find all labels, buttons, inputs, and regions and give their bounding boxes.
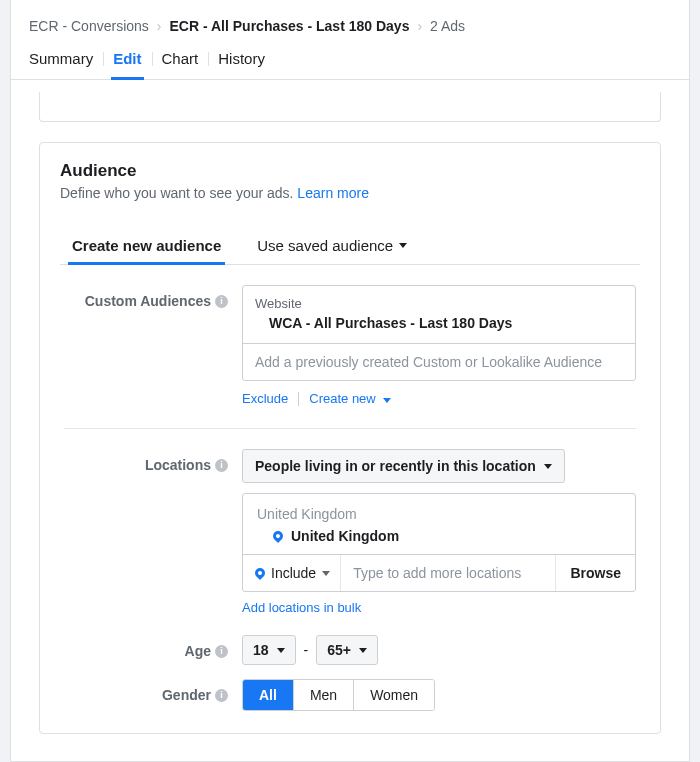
breadcrumb-item-1[interactable]: ECR - Conversions [29, 18, 149, 34]
gender-buttons: All Men Women [242, 679, 435, 711]
create-new-label: Create new [309, 391, 375, 406]
location-item-label: United Kingdom [291, 528, 399, 544]
audience-card: Audience Define who you want to see your… [39, 142, 661, 734]
audience-subtitle-text: Define who you want to see your ads. [60, 185, 297, 201]
breadcrumb: ECR - Conversions › ECR - All Purchases … [11, 0, 689, 50]
info-icon[interactable]: i [215, 689, 228, 702]
custom-audience-box: Website WCA - All Purchases - Last 180 D… [242, 285, 636, 381]
custom-audience-input[interactable]: Add a previously created Custom or Looka… [243, 343, 635, 380]
chevron-right-icon: › [157, 18, 162, 34]
create-new-link[interactable]: Create new [309, 391, 391, 406]
age-max-value: 65+ [327, 642, 351, 658]
audience-title: Audience [60, 161, 640, 181]
locations-label-text: Locations [145, 457, 211, 473]
prev-card-edge [39, 92, 661, 122]
pin-icon [253, 566, 267, 580]
age-max-select[interactable]: 65+ [316, 635, 378, 665]
tab-summary-label: Summary [29, 50, 93, 67]
location-search-input[interactable]: Type to add more locations [341, 555, 555, 591]
age-min-value: 18 [253, 642, 269, 658]
browse-button[interactable]: Browse [555, 555, 635, 591]
main-tabs: Summary Edit Chart History [11, 50, 689, 80]
tab-saved-label: Use saved audience [257, 237, 393, 254]
location-item[interactable]: United Kingdom [255, 528, 623, 544]
custom-audiences-label-text: Custom Audiences [85, 293, 211, 309]
learn-more-link[interactable]: Learn more [297, 185, 369, 201]
age-label-text: Age [185, 643, 211, 659]
locations-label: Locations i [64, 449, 242, 473]
custom-audiences-label: Custom Audiences i [64, 285, 242, 309]
audience-subtitle: Define who you want to see your ads. Lea… [60, 185, 640, 201]
ca-name: WCA - All Purchases - Last 180 Days [255, 315, 623, 331]
caret-down-icon [544, 464, 552, 469]
locations-box: United Kingdom United Kingdom Include [242, 493, 636, 592]
age-separator: - [304, 642, 309, 658]
location-type-select[interactable]: People living in or recently in this loc… [242, 449, 565, 483]
tab-edit[interactable]: Edit [103, 50, 151, 79]
info-icon[interactable]: i [215, 645, 228, 658]
location-group: United Kingdom [255, 506, 623, 522]
location-type-text: People living in or recently in this loc… [255, 458, 536, 474]
divider [64, 428, 636, 429]
caret-down-icon [399, 243, 407, 248]
tab-create-new-audience[interactable]: Create new audience [68, 229, 225, 264]
tab-edit-label: Edit [113, 50, 141, 67]
caret-down-icon [277, 648, 285, 653]
gender-label-text: Gender [162, 687, 211, 703]
caret-down-icon [359, 648, 367, 653]
breadcrumb-item-2[interactable]: ECR - All Purchases - Last 180 Days [170, 18, 410, 34]
tab-history[interactable]: History [208, 50, 275, 79]
chevron-right-icon: › [417, 18, 422, 34]
caret-down-icon [383, 398, 391, 403]
tab-chart[interactable]: Chart [152, 50, 209, 79]
tab-chart-label: Chart [162, 50, 199, 67]
add-locations-bulk-link[interactable]: Add locations in bulk [242, 600, 636, 615]
gender-label: Gender i [64, 679, 242, 703]
include-toggle[interactable]: Include [243, 555, 341, 591]
custom-audience-selected[interactable]: Website WCA - All Purchases - Last 180 D… [243, 286, 635, 343]
info-icon[interactable]: i [215, 295, 228, 308]
tab-create-label: Create new audience [72, 237, 221, 254]
pin-icon [271, 529, 285, 543]
gender-women-button[interactable]: Women [354, 680, 434, 710]
breadcrumb-item-3[interactable]: 2 Ads [430, 18, 465, 34]
gender-men-button[interactable]: Men [294, 680, 354, 710]
info-icon[interactable]: i [215, 459, 228, 472]
audience-tabs: Create new audience Use saved audience [60, 229, 640, 265]
tab-history-label: History [218, 50, 265, 67]
tab-use-saved-audience[interactable]: Use saved audience [253, 229, 411, 264]
gender-all-button[interactable]: All [243, 680, 294, 710]
tab-summary[interactable]: Summary [29, 50, 103, 79]
exclude-link[interactable]: Exclude [242, 391, 288, 406]
include-label: Include [271, 565, 316, 581]
separator [298, 392, 299, 406]
ca-category: Website [255, 296, 623, 311]
caret-down-icon [322, 571, 330, 576]
age-label: Age i [64, 635, 242, 659]
age-min-select[interactable]: 18 [242, 635, 296, 665]
